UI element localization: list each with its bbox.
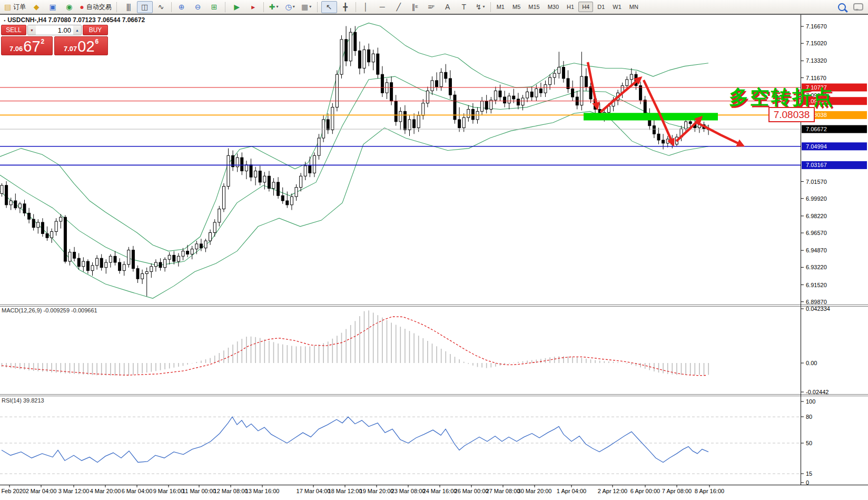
- bar-chart-icon[interactable]: |||: [121, 1, 136, 13]
- toolbar-separator: [263, 2, 264, 12]
- time-label: 2 Apr 12:00: [598, 488, 627, 494]
- time-label: 7 Apr 08:00: [662, 488, 692, 494]
- chart-shift-icon[interactable]: ▸: [245, 1, 261, 13]
- time-label: 13 Mar 16:00: [245, 488, 280, 494]
- volume-up-button[interactable]: ▲: [73, 25, 81, 35]
- svg-text:6.98220: 6.98220: [806, 213, 827, 219]
- time-label: 27 Mar 08:00: [486, 488, 520, 494]
- chevron-down-icon[interactable]: ▾: [293, 5, 295, 9]
- gold-icon[interactable]: ◆: [28, 1, 44, 13]
- buy-price-big: 02: [77, 38, 94, 54]
- fibonacci-icon[interactable]: ≡F: [423, 1, 439, 13]
- svg-text:0.042334: 0.042334: [806, 306, 830, 312]
- time-label: 30 Mar 20:00: [518, 488, 552, 494]
- auto-scroll-icon[interactable]: ▶: [229, 1, 245, 13]
- time-label: 4 Mar 20:00: [90, 488, 121, 494]
- time-label: 3 Mar 12:00: [58, 488, 90, 494]
- search-icon[interactable]: [834, 1, 850, 13]
- toolbar-separator: [356, 2, 356, 12]
- time-label: 8 Apr 16:00: [695, 488, 724, 494]
- timeframe-h4[interactable]: H4: [578, 2, 593, 12]
- svg-text:80: 80: [806, 414, 812, 420]
- vertical-line-icon[interactable]: │: [358, 1, 374, 13]
- chevron-down-icon[interactable]: ▾: [483, 5, 485, 9]
- timeframe-w1[interactable]: W1: [609, 2, 625, 12]
- horizontal-line-icon[interactable]: ─: [374, 1, 390, 13]
- volume-input[interactable]: [36, 25, 73, 35]
- buy-button[interactable]: BUY: [83, 25, 108, 35]
- svg-text:100: 100: [806, 398, 815, 405]
- chevron-down-icon[interactable]: ▾: [277, 5, 279, 9]
- channel-icon[interactable]: ∥E: [407, 1, 423, 13]
- crosshair-icon[interactable]: ╋: [338, 1, 353, 13]
- time-label: 2 Mar 04:00: [26, 488, 57, 494]
- timeframe-m30[interactable]: M30: [544, 2, 563, 12]
- trendline-icon[interactable]: ╱: [391, 1, 407, 13]
- symbol-ohlc-line: ▪USDCNH-,H4 7.07080 7.07123 7.06544 7.06…: [4, 16, 145, 24]
- volume-down-button[interactable]: ▼: [28, 25, 36, 35]
- svg-text:6.99920: 6.99920: [806, 195, 827, 202]
- line-chart-icon[interactable]: ∿: [153, 1, 169, 13]
- candlestick-chart-icon[interactable]: ◫: [137, 1, 153, 13]
- periods-icon[interactable]: ◷▾: [282, 1, 298, 13]
- zoom-in-icon[interactable]: ⊕: [174, 1, 190, 13]
- time-label: 9 Mar 16:00: [153, 488, 184, 494]
- trend-arrow-2[interactable]: [600, 78, 640, 112]
- time-label: 6 Apr 00:00: [630, 488, 660, 494]
- arrows-icon[interactable]: ↯▾: [472, 1, 488, 13]
- chevron-down-icon[interactable]: ▾: [309, 5, 311, 9]
- zoom-out-icon[interactable]: ⊖: [190, 1, 206, 13]
- time-label: 24 Mar 16:00: [423, 488, 457, 494]
- sell-price-small: 7.06: [9, 45, 23, 53]
- templates-icon[interactable]: ▦▾: [299, 1, 314, 13]
- tile-windows-icon[interactable]: ⊞: [206, 1, 222, 13]
- timeframe-m1[interactable]: M1: [493, 2, 508, 12]
- volume-stepper: ▼ ▲: [27, 25, 82, 35]
- svg-text:15: 15: [806, 470, 812, 477]
- toolbar-separator: [317, 2, 319, 12]
- svg-text:6.89870: 6.89870: [806, 299, 827, 305]
- svg-text:6.96570: 6.96570: [806, 230, 827, 236]
- time-label: 6 Mar 04:00: [122, 488, 153, 494]
- toolbar-separator: [171, 2, 172, 12]
- text-icon[interactable]: A: [440, 1, 456, 13]
- buy-price-pip: 6: [95, 38, 99, 45]
- timeframe-d1[interactable]: D1: [594, 2, 608, 12]
- svg-text:0.00: 0.00: [806, 360, 817, 366]
- cursor-icon[interactable]: ↖: [321, 1, 337, 13]
- svg-text:6.93220: 6.93220: [806, 264, 827, 270]
- svg-text:-0.02442: -0.02442: [806, 389, 828, 395]
- sell-price-big: 67: [23, 38, 40, 54]
- price-callout-label: 7.08038: [768, 107, 815, 122]
- sell-button[interactable]: SELL: [1, 25, 26, 35]
- svg-text:7.16670: 7.16670: [806, 23, 827, 30]
- rsi-pane-label: RSI(14) 39.8213: [2, 397, 44, 404]
- new-order-button[interactable]: ▤订单: [2, 1, 28, 13]
- autotrading-button[interactable]: ●自动交易: [77, 1, 113, 13]
- chat-icon[interactable]: [850, 1, 866, 13]
- svg-text:7.06672: 7.06672: [806, 126, 827, 132]
- buy-price-box[interactable]: 7.07 02 6: [54, 36, 108, 55]
- toolbar: ▤订单◆▣◉●自动交易|||◫∿⊕⊖⊞▶▸✚▾◷▾▦▾↖╋│─╱∥E≡FAT↯▾…: [0, 0, 868, 14]
- chart-window-icon: ▪: [4, 18, 5, 23]
- svg-text:6.94870: 6.94870: [806, 247, 827, 253]
- time-label: 17 Mar 04:00: [297, 488, 331, 494]
- trend-arrow-5[interactable]: [695, 122, 743, 145]
- text-label-icon[interactable]: T: [456, 1, 472, 13]
- timeframe-h1[interactable]: H1: [563, 2, 578, 12]
- svg-text:50: 50: [806, 440, 812, 446]
- svg-text:6.91520: 6.91520: [806, 282, 827, 288]
- signal-icon[interactable]: ◉: [61, 1, 77, 13]
- chart-canvas[interactable]: 7.166707.150207.133207.116707.099707.015…: [0, 0, 868, 500]
- time-label: 19 Mar 20:00: [360, 488, 394, 494]
- timeframe-mn[interactable]: MN: [626, 2, 642, 12]
- timeframe-m15[interactable]: M15: [525, 2, 543, 12]
- timeframe-m5[interactable]: M5: [509, 2, 524, 12]
- bollinger-middle: [0, 76, 708, 266]
- indicators-icon[interactable]: ✚▾: [266, 1, 282, 13]
- time-label: 11 Mar 00:00: [182, 488, 216, 494]
- svg-text:7.03167: 7.03167: [806, 162, 827, 168]
- terminal-icon[interactable]: ▣: [45, 1, 61, 13]
- buy-price-small: 7.07: [64, 45, 77, 53]
- sell-price-box[interactable]: 7.06 67 2: [1, 36, 53, 55]
